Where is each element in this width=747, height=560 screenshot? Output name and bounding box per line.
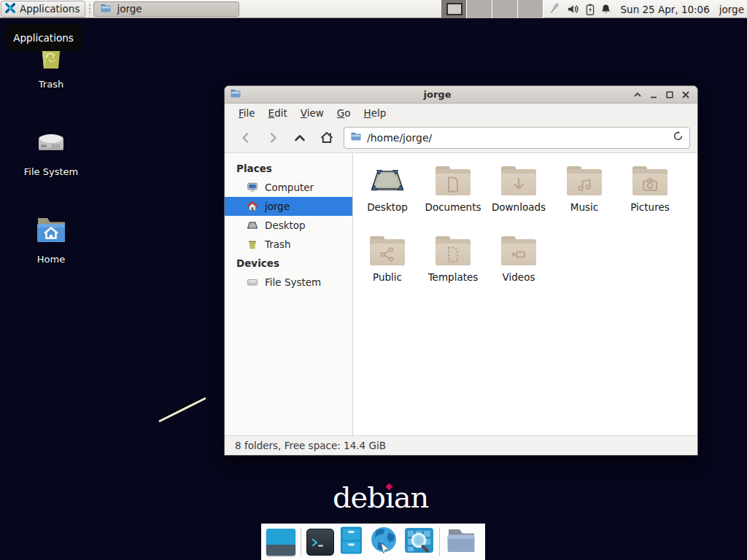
forward-button[interactable] — [259, 126, 286, 149]
folder-icon — [632, 166, 667, 195]
panel-clock[interactable]: Sun 25 Apr, 10:06 — [621, 4, 710, 15]
sidebar-item-trash[interactable]: Trash — [225, 235, 352, 254]
sidebar-item-desktop[interactable]: Desktop — [225, 216, 352, 235]
menu-go[interactable]: Go — [330, 105, 357, 121]
workspace-2[interactable] — [467, 0, 492, 18]
applications-menu-button[interactable]: Applications — [1, 1, 85, 18]
volume-tray-icon[interactable] — [567, 4, 580, 15]
menu-edit[interactable]: Edit — [262, 105, 294, 121]
desktop-line-artifact — [153, 392, 212, 427]
workspace-pager — [441, 0, 543, 18]
sidebar-item-jorge[interactable]: jorge — [225, 197, 352, 216]
show-desktop-icon — [266, 529, 295, 556]
taskbar-button-jorge[interactable]: jorge — [93, 1, 239, 17]
tools-tray-icon[interactable] — [546, 3, 561, 15]
sidebar-item-label: Trash — [265, 238, 291, 250]
file-item-label: Desktop — [367, 201, 408, 213]
devices-header: Devices — [225, 254, 352, 273]
window-title: jorge — [241, 89, 633, 100]
home-folder-icon — [34, 211, 69, 249]
terminal-launcher[interactable] — [306, 529, 334, 556]
window-titlebar[interactable]: jorge — [225, 86, 697, 104]
file-item-music[interactable]: Music — [551, 160, 617, 230]
file-item-label: Music — [570, 201, 598, 213]
notifications-bell-icon[interactable] — [600, 4, 611, 15]
file-grid: Desktop Documents — [353, 153, 697, 435]
file-item-downloads[interactable]: Downloads — [486, 160, 551, 230]
folder-icon — [501, 236, 536, 265]
taskbar-button-label: jorge — [117, 3, 142, 15]
file-manager-window: jorge File Edit View Go Help — [224, 85, 698, 456]
web-browser-launcher[interactable] — [368, 526, 399, 558]
file-item-documents[interactable]: Documents — [420, 160, 486, 230]
debian-logo-text: an — [394, 481, 429, 514]
workspace-window-thumb — [446, 3, 462, 15]
file-item-pictures[interactable]: Pictures — [617, 160, 683, 230]
panel-user-menu[interactable]: jorge — [719, 4, 744, 15]
file-cabinet-launcher[interactable] — [339, 526, 363, 558]
folder-icon — [370, 236, 405, 265]
tooltip-text: Applications — [13, 32, 73, 44]
up-button[interactable] — [286, 126, 313, 149]
panel-drag-handle[interactable] — [87, 2, 92, 15]
status-bar: 8 folders, Free space: 14.4 GiB — [225, 435, 697, 455]
menu-file[interactable]: File — [232, 105, 262, 121]
debian-logo: debıan — [333, 481, 428, 513]
workspace-1[interactable] — [441, 0, 467, 18]
folder-icon — [436, 236, 471, 265]
menu-bar: File Edit View Go Help — [225, 104, 697, 122]
workspace-3[interactable] — [492, 0, 518, 18]
show-desktop-button[interactable] — [266, 529, 295, 556]
home-button[interactable] — [313, 126, 340, 149]
app-finder-icon — [404, 526, 434, 558]
desktop-pad-icon — [370, 166, 405, 195]
menu-view[interactable]: View — [294, 105, 330, 121]
path-input[interactable]: /home/jorge/ — [367, 132, 667, 144]
minimize-button[interactable] — [649, 90, 658, 99]
sidebar-item-label: Desktop — [265, 219, 306, 231]
sidebar-item-file-system[interactable]: File System — [225, 273, 352, 292]
file-manager-launcher[interactable] — [445, 526, 477, 558]
dock-separator — [439, 527, 440, 556]
sidebar-item-computer[interactable]: Computer — [225, 178, 352, 197]
applications-tooltip: Applications — [6, 25, 81, 51]
file-cabinet-icon — [339, 526, 363, 558]
folder-window-icon — [100, 2, 112, 16]
download-arrow-glyph — [511, 176, 527, 193]
music-notes-glyph — [576, 176, 593, 193]
desktop-icon-label: Trash — [39, 79, 63, 90]
reload-icon[interactable] — [673, 131, 684, 144]
shade-button[interactable] — [633, 90, 642, 99]
xfce-applications-icon — [4, 2, 16, 16]
file-item-videos[interactable]: Videos — [486, 230, 551, 300]
top-panel: Applications jorge — [0, 0, 747, 18]
trash-small-icon — [247, 238, 258, 250]
desktop-icon-home[interactable]: Home — [7, 211, 95, 265]
share-glyph — [379, 246, 396, 263]
file-item-templates[interactable]: Templates — [420, 230, 486, 300]
file-item-label: Templates — [428, 271, 479, 283]
file-item-label: Public — [373, 271, 402, 283]
dock — [261, 524, 485, 560]
document-glyph — [445, 176, 461, 193]
dock-separator — [301, 527, 301, 556]
path-folder-icon — [350, 131, 362, 145]
file-item-label: Pictures — [630, 201, 669, 213]
maximize-button[interactable] — [665, 90, 674, 99]
desktop-icon-file-system[interactable]: File System — [7, 124, 95, 177]
sidebar-item-label: File System — [265, 276, 321, 288]
back-button[interactable] — [232, 126, 259, 149]
app-finder-launcher[interactable] — [404, 526, 434, 558]
path-bar[interactable]: /home/jorge/ — [344, 127, 690, 149]
workspace-4[interactable] — [518, 0, 543, 18]
web-browser-globe-icon — [368, 526, 399, 558]
file-item-desktop[interactable]: Desktop — [355, 160, 420, 230]
file-item-label: Downloads — [492, 201, 546, 213]
video-camera-glyph — [510, 246, 527, 263]
drive-small-icon — [247, 276, 258, 288]
close-button[interactable] — [681, 90, 690, 99]
battery-tray-icon[interactable] — [586, 4, 595, 15]
file-item-public[interactable]: Public — [355, 230, 420, 300]
home-icon — [247, 201, 258, 212]
menu-help[interactable]: Help — [357, 105, 393, 121]
